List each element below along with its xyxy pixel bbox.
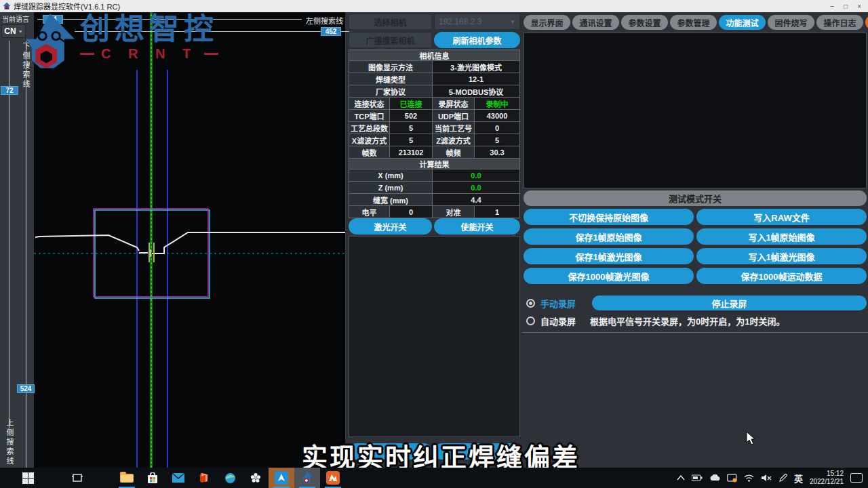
battery-icon[interactable]: [692, 474, 703, 481]
table-row: X (mm) 0.0: [349, 169, 520, 182]
clock-time: 15:12: [810, 470, 844, 478]
edge-icon: [224, 472, 236, 484]
auto-record-description: 根据电平信号开关录屏，为0时开启，为1时关闭。: [590, 314, 785, 327]
camera-control-panel: 选择相机 192.168.2.3 ▼ 广播搜索相机 刷新相机参数 相机信息 图像…: [347, 12, 520, 468]
broadcast-search-button: 广播搜索相机: [349, 32, 432, 48]
enable-switch-button[interactable]: 使能开关: [434, 218, 520, 235]
side-slider-track-1[interactable]: [9, 41, 9, 428]
store-button[interactable]: [140, 468, 165, 488]
x-offset-value: 0.0: [433, 169, 520, 181]
tab-function-test[interactable]: 功能测试: [719, 15, 766, 30]
table-row: Z (mm) 0.0: [349, 182, 520, 194]
task-view-icon: [72, 472, 83, 483]
clock-date: 2022/12/21: [810, 478, 844, 486]
refresh-camera-params-button[interactable]: 刷新相机参数: [434, 32, 520, 48]
write-raw-file-button[interactable]: 写入RAW文件: [696, 209, 867, 225]
tab-help[interactable]: 帮助: [865, 15, 868, 30]
side-slider-handle-1[interactable]: 72: [1, 86, 18, 95]
folder-icon: [120, 474, 134, 483]
laser-switch-button[interactable]: 激光开关: [349, 218, 432, 235]
store-bag-icon: [147, 472, 158, 484]
orange-app-button[interactable]: [320, 468, 346, 488]
brand-acronym: C R N T: [94, 46, 204, 62]
camera-ip-select[interactable]: 192.168.2.3 ▼: [434, 14, 520, 30]
active-app-button[interactable]: [269, 468, 294, 488]
test-button-grid: 不切换保持原始图像 写入RAW文件 保存1帧原始图像 写入1帧原始图像 保存1帧…: [524, 209, 867, 284]
start-button[interactable]: [15, 468, 41, 488]
close-button[interactable]: ×: [857, 3, 861, 10]
system-tray: 英 15:12 2022/12/21: [677, 470, 868, 486]
top-slider-handle-2[interactable]: 452: [321, 27, 341, 36]
save-1000-motion-data-button[interactable]: 保存1000帧运动数据: [696, 268, 867, 284]
save-1-laser-frame-button[interactable]: 保存1帧激光图像: [524, 248, 694, 264]
left-search-line-label: 左侧搜索线: [306, 15, 343, 26]
auto-record-label: 自动录屏: [540, 314, 576, 327]
function-test-panel: 显示界面 通讯设置 参数设置 参数管理 功能测试 固件烧写 操作日志 帮助 测试…: [522, 12, 868, 468]
weld-app-button[interactable]: [294, 468, 320, 488]
brand-logo-icon: [26, 14, 75, 76]
camera-view-panel: 当前语言 CN ▼ 24 452 左侧搜索线 72 524 下侧搜索线 上侧搜索…: [0, 12, 346, 468]
mail-button[interactable]: [165, 468, 191, 488]
write-1-original-frame-button[interactable]: 写入1帧原始图像: [696, 228, 867, 245]
camera-info-table: 图像显示方法 3-激光图像模式 焊缝类型 12-1 厂家协议 5-MODBUS协…: [349, 60, 520, 159]
tab-firmware[interactable]: 固件烧写: [768, 15, 814, 30]
window-titlebar: 焊缝跟踪器显控软件(V1.6.1 RC) − □ ×: [0, 0, 868, 12]
screen-share-icon[interactable]: [727, 474, 737, 483]
align-value: 1: [475, 206, 520, 218]
notification-center-icon[interactable]: [850, 473, 863, 483]
laser-line-right: [152, 232, 345, 253]
tab-communication[interactable]: 通讯设置: [572, 15, 619, 30]
table-row: 连接状态 已连接 录屏状态 录制中: [349, 98, 520, 110]
tab-parameter-management[interactable]: 参数管理: [670, 15, 717, 30]
auto-record-radio[interactable]: [526, 317, 535, 325]
save-1-original-frame-button[interactable]: 保存1帧原始图像: [524, 228, 694, 245]
table-row: 电平 0 对准 1: [349, 206, 520, 218]
language-select[interactable]: CN ▼: [1, 24, 26, 38]
write-1-laser-frame-button[interactable]: 写入1帧激光图像: [696, 248, 867, 264]
chevron-down-icon: ▼: [18, 29, 23, 34]
side-slider-handle-2[interactable]: 524: [17, 384, 35, 393]
office-button[interactable]: [191, 468, 217, 488]
level-value: 0: [390, 206, 433, 218]
brand-name: 创想智控: [80, 14, 218, 45]
tray-expand-icon[interactable]: [677, 475, 685, 481]
orange-app-icon: [326, 471, 340, 485]
file-explorer-button[interactable]: [114, 468, 140, 488]
keep-original-image-button[interactable]: 不切换保持原始图像: [524, 209, 694, 225]
stop-record-button[interactable]: 停止录屏: [592, 296, 867, 310]
mail-icon: [172, 473, 184, 483]
test-output-box: [524, 33, 867, 188]
minimize-button[interactable]: −: [830, 3, 834, 10]
side-slider-track-2[interactable]: [26, 41, 26, 476]
clock[interactable]: 15:12 2022/12/21: [810, 470, 844, 486]
blue-app-icon: [275, 471, 288, 485]
tab-operation-log[interactable]: 操作日志: [816, 15, 863, 30]
weld-app-icon: [300, 471, 314, 485]
table-row: 厂家协议 5-MODBUS协议: [349, 85, 520, 98]
edge-button[interactable]: [217, 468, 243, 488]
save-1000-laser-frames-button[interactable]: 保存1000帧激光图像: [524, 268, 694, 284]
pen-icon[interactable]: [778, 474, 787, 483]
flower-icon: [250, 472, 261, 483]
task-view-button[interactable]: [64, 468, 90, 488]
window-title: 焊缝跟踪器显控软件(V1.6.1 RC): [14, 1, 120, 12]
tab-parameter-settings[interactable]: 参数设置: [621, 15, 668, 30]
office-icon: [199, 472, 210, 483]
result-header: 计算结果: [349, 158, 520, 169]
ime-indicator[interactable]: 英: [794, 472, 803, 485]
photos-button[interactable]: [243, 468, 269, 488]
connection-status: 已连接: [390, 98, 433, 109]
wifi-icon[interactable]: [744, 474, 754, 482]
z-offset-value: 0.0: [433, 182, 520, 193]
table-row: 焊缝类型 12-1: [349, 73, 520, 85]
onedrive-cloud-icon[interactable]: [709, 474, 720, 481]
test-mode-switch-button[interactable]: 测试模式开关: [524, 190, 867, 206]
tab-display[interactable]: 显示界面: [524, 15, 570, 30]
laser-profile-overlay: [0, 12, 346, 468]
table-row: X滤波方式 5 Z滤波方式 5: [349, 134, 520, 146]
language-label: 当前语言: [2, 14, 29, 24]
volume-muted-icon[interactable]: [761, 474, 772, 482]
maximize-button[interactable]: □: [844, 3, 848, 10]
manual-record-radio[interactable]: [526, 299, 535, 308]
laser-line-left: [35, 235, 139, 251]
